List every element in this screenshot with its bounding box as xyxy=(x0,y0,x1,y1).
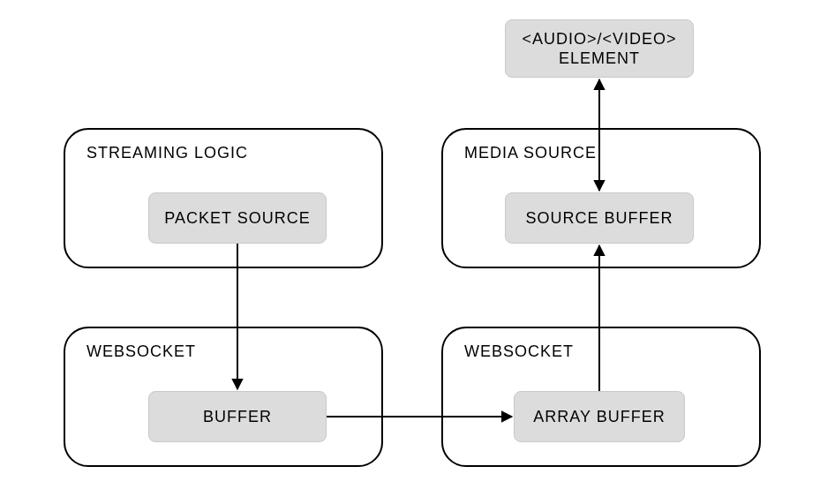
node-audio-video-element: <AUDIO>/<VIDEO>ELEMENT xyxy=(505,19,694,78)
diagram-stage: <AUDIO>/<VIDEO>ELEMENT STREAMING LOGIC P… xyxy=(0,0,835,504)
node-source-buffer-label: SOURCE BUFFER xyxy=(525,208,673,229)
container-streaming-logic-label: STREAMING LOGIC xyxy=(87,144,248,162)
node-packet-source-label: PACKET SOURCE xyxy=(164,208,310,229)
node-array-buffer-label: ARRAY BUFFER xyxy=(533,407,665,427)
node-packet-source: PACKET SOURCE xyxy=(148,192,327,244)
container-websocket-right-label: WEBSOCKET xyxy=(464,342,574,361)
node-array-buffer: ARRAY BUFFER xyxy=(514,391,685,442)
container-media-source-label: MEDIA SOURCE xyxy=(464,144,597,162)
container-websocket-left-label: WEBSOCKET xyxy=(87,342,196,361)
node-source-buffer: SOURCE BUFFER xyxy=(505,192,694,244)
node-buffer-label: BUFFER xyxy=(203,407,272,427)
node-audio-video-element-label: <AUDIO>/<VIDEO>ELEMENT xyxy=(522,29,676,69)
node-buffer: BUFFER xyxy=(148,391,327,442)
